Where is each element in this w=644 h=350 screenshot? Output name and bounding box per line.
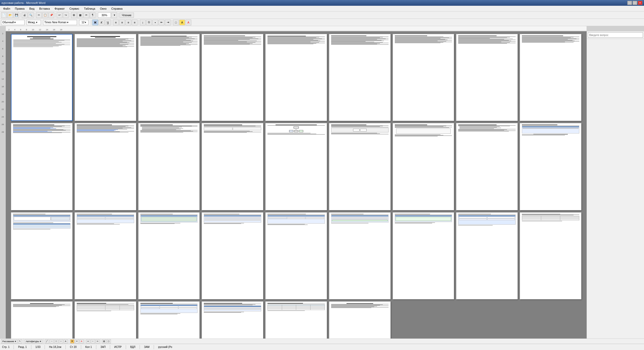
font-color-btn[interactable]: A (186, 20, 191, 25)
page-25[interactable] (393, 212, 454, 299)
decrease-indent[interactable]: ⇤ (159, 20, 164, 25)
bold-button[interactable]: Ж (92, 20, 98, 25)
page-19[interactable] (11, 212, 73, 299)
oval-tool[interactable]: ○ (59, 339, 63, 343)
align-center[interactable]: ≡ (119, 20, 125, 25)
undo-button[interactable]: ↩ (57, 12, 62, 18)
page-2[interactable] (75, 34, 136, 121)
align-justify[interactable]: ≡ (132, 20, 138, 25)
formatting-button[interactable]: ¶ (90, 12, 96, 18)
page-15[interactable] (329, 123, 391, 210)
menu-window[interactable]: Окно (98, 7, 109, 11)
menu-file[interactable]: Файл (1, 7, 12, 11)
minimize-button[interactable]: − (627, 1, 632, 5)
page-4[interactable] (202, 34, 263, 121)
new-button[interactable]: 📄 (1, 12, 7, 18)
page-30[interactable] (138, 301, 200, 339)
open-button[interactable]: 📂 (7, 12, 13, 18)
read-button[interactable]: Чтение (120, 13, 134, 18)
col-button[interactable]: ▦ (77, 12, 83, 18)
page-18[interactable] (520, 123, 581, 210)
save-button[interactable]: 💾 (14, 12, 19, 18)
italic-button[interactable]: К (99, 20, 104, 25)
page-23[interactable] (265, 212, 327, 299)
page-6[interactable] (329, 34, 391, 121)
menu-format[interactable]: Формат (52, 7, 67, 11)
page-16[interactable] (393, 123, 454, 210)
rect-tool[interactable]: □ (54, 339, 58, 343)
numbered-list[interactable]: ① (146, 20, 152, 25)
line-tool[interactable]: ╱ (45, 339, 49, 343)
align-left[interactable]: ≡ (113, 20, 119, 25)
font-size-selector[interactable]: 12 ▾ (79, 20, 88, 25)
menu-help[interactable]: Справка (109, 7, 124, 11)
page-20[interactable] (75, 212, 136, 299)
underline-button[interactable]: Ч (105, 20, 111, 25)
menu-table[interactable]: Таблица (82, 7, 97, 11)
bullet-list[interactable]: • (152, 20, 158, 25)
page-29[interactable] (75, 301, 136, 339)
font-color-draw-tool[interactable]: A (80, 339, 84, 343)
cursor-tool[interactable]: ↖ (18, 339, 22, 343)
menu-view[interactable]: Вид (27, 7, 37, 11)
cut-button[interactable]: ✂ (36, 12, 42, 18)
auto-shapes-button[interactable]: Автофигуры ▾ (25, 339, 43, 343)
page-17[interactable] (456, 123, 518, 210)
page-13[interactable] (202, 123, 263, 210)
page-33[interactable] (329, 301, 391, 339)
shadow-tool[interactable]: ▧ (102, 339, 106, 343)
dash-style-tool[interactable]: ╌ (91, 339, 95, 343)
drawing-button[interactable]: ✏ (84, 12, 89, 18)
arrow-style-tool[interactable]: ⇒ (96, 339, 100, 343)
paste-button[interactable]: 📌 (49, 12, 54, 18)
page-3[interactable] (138, 34, 200, 121)
page-21[interactable] (138, 212, 200, 299)
line-spacing[interactable]: ↕ (140, 20, 146, 25)
page-5[interactable] (265, 34, 327, 121)
page-8[interactable] (456, 34, 518, 121)
preview-button[interactable]: 🔍 (28, 12, 34, 18)
page-9[interactable] (520, 34, 581, 121)
page-22[interactable] (202, 212, 263, 299)
page-12[interactable] (138, 123, 200, 210)
maximize-button[interactable]: □ (633, 1, 637, 5)
menu-insert[interactable]: Вставка (37, 7, 52, 11)
close-button[interactable]: ✕ (638, 1, 642, 5)
menu-edit[interactable]: Правка (13, 7, 27, 11)
redo-button[interactable]: ↪ (63, 12, 69, 18)
help-search-input[interactable] (588, 32, 643, 38)
table-button[interactable]: ⊞ (71, 12, 77, 18)
menu-service[interactable]: Сервис (67, 7, 81, 11)
drawing-mode-button[interactable]: Рисование ▾ (1, 339, 17, 343)
zoom-dropdown[interactable]: ▾ (111, 12, 117, 18)
border-btn[interactable]: □ (173, 20, 179, 25)
page-1[interactable] (11, 34, 73, 121)
highlight-btn[interactable]: A (179, 20, 185, 25)
line-color-tool[interactable]: ━ (75, 339, 79, 343)
page-26[interactable] (456, 212, 518, 299)
page-27[interactable] (520, 212, 581, 299)
line-style-tool[interactable]: ═ (86, 339, 90, 343)
page-28[interactable] (11, 301, 73, 339)
copy-button[interactable]: 📋 (42, 12, 48, 18)
print-button[interactable]: 🖨 (22, 12, 27, 18)
document-area[interactable] (6, 31, 587, 339)
inter-selector[interactable]: Межд. ▾ (27, 20, 41, 25)
page-14[interactable] (265, 123, 327, 210)
increase-indent[interactable]: ⇥ (165, 20, 171, 25)
page-7[interactable] (393, 34, 454, 121)
arrow-tool[interactable]: → (50, 339, 54, 343)
zoom-level[interactable]: 30% (98, 13, 111, 18)
page-11[interactable] (75, 123, 136, 210)
font-selector[interactable]: Times New Roman ▾ (43, 20, 77, 25)
3d-tool[interactable]: ◻ (107, 339, 111, 343)
page-31[interactable] (202, 301, 263, 339)
page-32[interactable] (265, 301, 327, 339)
page-24[interactable] (329, 212, 391, 299)
ruler-marks: 2 4 6 8 10 12 14 16 18 (6, 26, 587, 31)
fill-color-tool[interactable]: ▼ (70, 339, 74, 343)
textbox-tool[interactable]: A (64, 339, 68, 343)
page-10[interactable] (11, 123, 73, 210)
style-selector[interactable]: Обычный ▾ (1, 20, 25, 25)
align-right[interactable]: ≡ (126, 20, 131, 25)
